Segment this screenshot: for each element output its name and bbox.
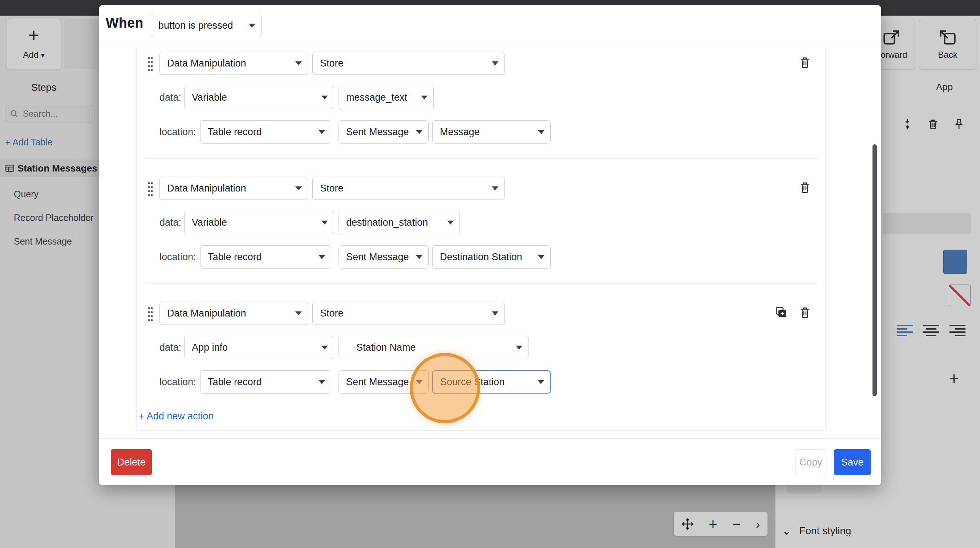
location-type-select[interactable]: Table record [200, 120, 331, 143]
add-new-action-link[interactable]: + Add new action [139, 411, 213, 422]
category-select-value: Data Manipulation [167, 58, 246, 69]
category-select[interactable]: Data Manipulation [159, 52, 308, 75]
chevron-down-icon [538, 130, 544, 134]
location-field-select-value: Destination Station [440, 252, 522, 263]
location-label: location: [159, 245, 196, 269]
data-value-select-value: message_text [346, 92, 407, 103]
data-value-select[interactable]: destination_station [339, 211, 460, 234]
data-type-select-value: Variable [192, 92, 227, 103]
data-type-select-value: App info [192, 342, 228, 353]
category-select-value: Data Manipulation [167, 183, 246, 194]
data-value-select[interactable]: message_text [339, 86, 434, 109]
data-value-select-value: Station Name [356, 342, 416, 353]
chevron-down-icon [321, 221, 328, 225]
location-table-select-value: Sent Message [346, 252, 409, 263]
category-select-value: Data Manipulation [167, 308, 246, 319]
delete-action-icon[interactable] [799, 181, 811, 195]
chevron-down-icon [318, 130, 325, 134]
action-editor-modal: When button is pressed Data Manipulation… [99, 5, 881, 485]
location-label: location: [159, 120, 196, 143]
block-divider [144, 158, 817, 159]
operation-select[interactable]: Store [312, 302, 504, 325]
location-label: location: [159, 370, 196, 393]
location-type-select[interactable]: Table record [200, 370, 331, 393]
header-divider [99, 45, 881, 45]
chevron-down-icon [538, 380, 544, 384]
drag-handle-icon[interactable] [147, 181, 154, 197]
location-type-select-value: Table record [208, 376, 262, 388]
block-divider [144, 284, 817, 284]
footer-divider [99, 438, 881, 439]
chevron-down-icon [321, 96, 328, 100]
location-field-select-value: Message [440, 126, 480, 138]
operation-select-value: Store [320, 183, 344, 194]
delete-action-icon[interactable] [799, 306, 811, 320]
location-field-select[interactable]: Destination Station [432, 245, 550, 269]
operation-select-value: Store [320, 58, 344, 69]
data-type-select[interactable]: App info [184, 336, 334, 359]
copy-button[interactable]: Copy [795, 449, 826, 475]
when-label: When [106, 15, 143, 31]
chevron-down-icon [516, 346, 522, 350]
drag-handle-icon[interactable] [147, 56, 154, 72]
action-block: Data Manipulation Store data: App info S… [99, 302, 881, 393]
operation-select-value: Store [320, 308, 344, 319]
trigger-select[interactable]: button is pressed [151, 14, 261, 37]
chevron-down-icon [492, 186, 498, 190]
chevron-down-icon [416, 130, 422, 134]
data-label: data: [159, 336, 181, 359]
location-type-select-value: Table record [208, 252, 262, 263]
operation-select[interactable]: Store [312, 177, 504, 200]
location-table-select-value: Sent Message [346, 126, 409, 138]
data-value-select-value: destination_station [346, 217, 428, 228]
category-select[interactable]: Data Manipulation [159, 177, 308, 200]
chevron-down-icon [249, 24, 255, 28]
modal-scrollbar[interactable] [872, 144, 877, 396]
drag-handle-icon[interactable] [147, 306, 154, 322]
category-select[interactable]: Data Manipulation [159, 302, 308, 325]
click-indicator [410, 353, 480, 423]
chevron-down-icon [416, 255, 422, 259]
operation-select[interactable]: Store [312, 52, 504, 75]
location-type-select[interactable]: Table record [200, 245, 331, 269]
data-label: data: [159, 211, 181, 234]
chevron-down-icon [421, 96, 428, 100]
chevron-down-icon [318, 380, 325, 384]
chevron-down-icon [538, 255, 544, 259]
data-type-select[interactable]: Variable [184, 211, 334, 234]
data-type-select[interactable]: Variable [184, 86, 334, 109]
delete-button[interactable]: Delete [111, 449, 152, 475]
chevron-down-icon [492, 311, 498, 315]
delete-action-icon[interactable] [799, 56, 811, 70]
save-button[interactable]: Save [834, 449, 871, 475]
location-table-select[interactable]: Sent Message [339, 120, 429, 143]
trigger-select-value: button is pressed [158, 20, 233, 31]
duplicate-action-icon[interactable] [775, 306, 787, 318]
location-table-select-value: Sent Message [346, 376, 409, 388]
chevron-down-icon [492, 61, 498, 65]
data-type-select-value: Variable [192, 217, 227, 228]
data-label: data: [159, 86, 181, 109]
chevron-down-icon [295, 61, 302, 65]
action-block: Data Manipulation Store data: Variable m… [99, 52, 881, 143]
chevron-down-icon [321, 346, 328, 350]
location-table-select[interactable]: Sent Message [339, 245, 429, 269]
location-type-select-value: Table record [208, 126, 262, 138]
chevron-down-icon [318, 255, 325, 259]
chevron-down-icon [295, 311, 302, 315]
action-block: Data Manipulation Store data: Variable d… [99, 177, 881, 269]
chevron-down-icon [295, 186, 302, 190]
chevron-down-icon [447, 221, 454, 225]
location-field-select[interactable]: Message [432, 120, 550, 143]
